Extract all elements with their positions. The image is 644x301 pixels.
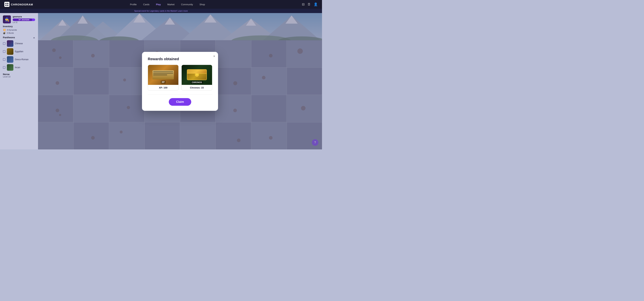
app-logo[interactable]: CHRONOGRAM: [4, 2, 33, 7]
norse-title: Norse: [3, 73, 35, 76]
main-layout: 🧙 geenura XP: 2810/3200 Lvl 32 Inventory…: [0, 13, 322, 149]
svg-rect-0: [6, 3, 6, 4]
nav-shop[interactable]: Shop: [200, 3, 205, 6]
pantheon-chinese: Chinese: [3, 40, 35, 47]
xp-text: XP: 2810/3200: [18, 19, 29, 21]
rewards-modal: Rewards obtained × XP XP: 1: [142, 52, 218, 111]
avatar: 🧙: [3, 16, 11, 23]
svg-rect-2: [6, 5, 6, 6]
xp-reward-badge: XP: [161, 81, 166, 84]
profile-section: 🧙 geenura XP: 2810/3200 Lvl 32: [3, 15, 35, 23]
username: geenura: [13, 15, 35, 18]
nav-cards[interactable]: Cards: [143, 3, 150, 6]
pantheon-greco-label: Greco-Roman: [15, 58, 28, 61]
chronos-chest-icon: 🪙: [187, 69, 207, 80]
chronos-reward-label: Chronos: 15: [182, 85, 212, 91]
announcement-text: Special event for Legendary cards in the…: [134, 10, 177, 12]
inventory-section: Inventory 💥 0 Dynamite 💣 0 Bomb: [3, 25, 35, 34]
xp-bar: XP: 2810/3200: [13, 19, 35, 21]
norse-level: Level 10: [3, 76, 35, 78]
svg-rect-1: [7, 3, 8, 4]
bomb-label: 0 Bomb: [7, 32, 14, 34]
modal-overlay: Rewards obtained × XP XP: 1: [38, 13, 322, 149]
nav-utility-icons: ⊟ 🗓 👤: [302, 2, 318, 6]
chronos-reward-badge: CHRONOS: [191, 81, 203, 84]
chronos-reward-image: 🪙 CHRONOS: [182, 65, 212, 85]
xp-reward-image: XP: [148, 65, 178, 85]
reward-card-xp: XP XP: 100: [148, 65, 178, 91]
nav-links: Profile Cards Play Market Community Shop: [130, 3, 205, 6]
pantheons-title: Pantheons: [3, 36, 15, 39]
pantheon-egyptian: Egyptian: [3, 48, 35, 55]
pantheon-incan-thumb: [7, 64, 14, 71]
top-navigation: CHRONOGRAM Profile Cards Play Market Com…: [0, 0, 322, 9]
modal-divider: [148, 94, 212, 95]
pantheon-chinese-checkbox[interactable]: [3, 42, 6, 45]
claim-button[interactable]: Claim: [169, 98, 191, 106]
logo-text: CHRONOGRAM: [11, 3, 33, 6]
pantheons-header: Pantheons ▲: [3, 36, 35, 39]
nav-play[interactable]: Play: [156, 3, 161, 6]
grid-icon[interactable]: ⊟: [302, 2, 304, 6]
pantheon-incan-checkbox[interactable]: [3, 66, 6, 69]
profile-info: geenura XP: 2810/3200 Lvl 32: [13, 15, 35, 23]
announcement-link[interactable]: Learn more: [178, 10, 188, 12]
bomb-icon: 💣: [3, 32, 6, 34]
sidebar: 🧙 geenura XP: 2810/3200 Lvl 32 Inventory…: [0, 13, 38, 149]
svg-rect-3: [7, 5, 8, 6]
nav-community[interactable]: Community: [181, 3, 193, 6]
pantheon-egyptian-label: Egyptian: [15, 50, 23, 53]
pantheon-incan: Incan: [3, 64, 35, 71]
nav-profile[interactable]: Profile: [130, 3, 137, 6]
xp-reward-label: XP: 100: [148, 85, 178, 91]
main-content: Rewards obtained × XP XP: 1: [38, 13, 322, 149]
level-text: Lvl 32: [13, 22, 35, 23]
nav-market[interactable]: Market: [167, 3, 174, 6]
pantheon-incan-label: Incan: [15, 66, 20, 69]
inventory-bomb: 💣 0 Bomb: [3, 32, 35, 34]
pantheons-section: Pantheons ▲ Chinese Egyptian Greco-Roman: [3, 36, 35, 71]
pantheon-greco-checkbox[interactable]: [3, 58, 6, 61]
inventory-title: Inventory: [3, 25, 35, 28]
pantheons-chevron-icon[interactable]: ▲: [33, 36, 35, 39]
pantheon-egyptian-checkbox[interactable]: [3, 50, 6, 53]
inventory-dynamite: 💥 0 Dynamite: [3, 29, 35, 31]
user-icon[interactable]: 👤: [314, 2, 318, 6]
rewards-grid: XP XP: 100 🪙 CHRONOS Chron: [148, 65, 212, 91]
announcement-bar: Special event for Legendary cards in the…: [0, 9, 322, 13]
logo-icon: [4, 2, 10, 7]
modal-title: Rewards obtained: [148, 57, 212, 61]
reward-card-chronos: 🪙 CHRONOS Chronos: 15: [182, 65, 212, 91]
dynamite-icon: 💥: [3, 29, 6, 31]
pantheon-chinese-thumb: [7, 40, 14, 47]
pantheon-greco-roman: Greco-Roman: [3, 56, 35, 63]
norse-section: Norse Level 10: [3, 73, 35, 78]
modal-close-button[interactable]: ×: [213, 54, 215, 58]
dynamite-label: 0 Dynamite: [7, 29, 17, 31]
pantheon-greco-thumb: [7, 56, 14, 63]
pantheon-chinese-label: Chinese: [15, 42, 23, 45]
calendar-icon[interactable]: 🗓: [308, 3, 311, 6]
pantheon-egyptian-thumb: [7, 48, 14, 55]
